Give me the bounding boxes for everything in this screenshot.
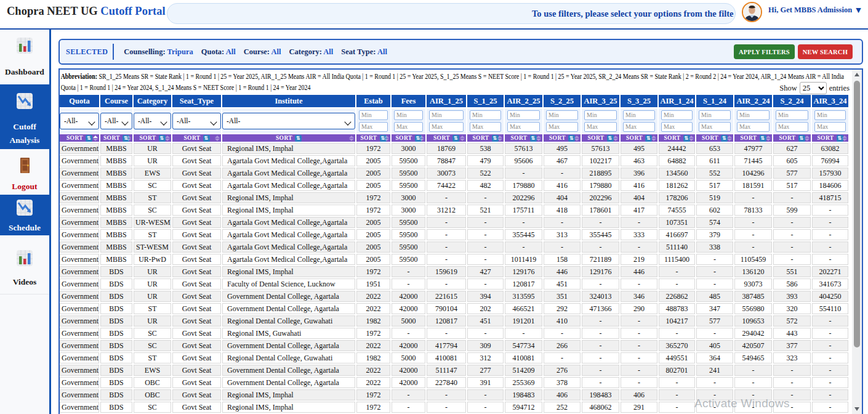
max-input-air_1_24[interactable] (661, 122, 693, 132)
min-input-air_1_24[interactable] (661, 110, 693, 120)
sort-cell-air_1_24[interactable]: SORT ⇅ (659, 134, 695, 142)
sort-cell-s_2_24[interactable]: SORT ⇅ (773, 134, 811, 142)
filter-select-institute[interactable]: -All- (222, 113, 355, 129)
column-header-estab[interactable]: Estab (356, 95, 390, 107)
sort-cell-category[interactable]: SORT ⇅ (134, 134, 171, 142)
sort-cell-estab[interactable]: SORT ⇅ (356, 134, 390, 142)
cell-air_2_25: 198483 (505, 389, 542, 400)
scroll-down-button[interactable] (852, 404, 862, 414)
min-input-air_2_25[interactable] (507, 110, 540, 120)
min-input-s_1_24[interactable] (699, 110, 731, 120)
cell-air_1_24: 104217 (659, 315, 695, 327)
column-header-fees[interactable]: Fees (392, 95, 425, 107)
sort-cell-air_1_25[interactable]: SORT ⇅ (427, 134, 466, 142)
max-input-air_3_25[interactable] (584, 122, 617, 132)
sidebar-item-label: Schedule (0, 223, 49, 232)
sidebar-item-videos[interactable]: Videos (0, 235, 49, 294)
scroll-up-button[interactable] (852, 70, 862, 79)
sidebar-item-schedule[interactable]: Schedule (0, 195, 49, 235)
cell-course: MBBS (100, 242, 132, 253)
sidebar-item-cutoff-analysis[interactable]: CutoffAnalysis (0, 84, 49, 149)
min-input-air_3_25[interactable] (584, 110, 617, 120)
sort-cell-air_3_25[interactable]: SORT ⇅ (582, 134, 619, 142)
cell-air_1_24: - (659, 389, 695, 400)
column-header-course[interactable]: Course (100, 95, 132, 107)
column-header-air_2_25[interactable]: AIR_2_25 (505, 95, 542, 107)
cell-s_1_24: - (696, 377, 733, 388)
filter-select-seat_type[interactable]: -All- (172, 113, 221, 129)
cell-institute: Agartala Govt Medical College,Agartala (222, 229, 355, 240)
min-input-air_2_24[interactable] (737, 110, 770, 120)
column-header-air_3_24[interactable]: AIR_3_24 (812, 95, 848, 107)
max-input-s_2_24[interactable] (776, 122, 808, 132)
column-header-s_1_25[interactable]: S_1_25 (467, 95, 504, 107)
sort-cell-air_2_25[interactable]: SORT ⇅ (505, 134, 542, 142)
column-header-institute[interactable]: Institute (222, 95, 355, 107)
cell-air_3_25: - (582, 377, 619, 388)
min-input-estab[interactable] (359, 110, 388, 120)
max-input-s_1_25[interactable] (470, 122, 501, 132)
max-input-estab[interactable] (359, 122, 388, 132)
filter-select-quota[interactable]: -All- (60, 113, 99, 129)
column-header-air_1_24[interactable]: AIR_1_24 (659, 95, 695, 107)
filter-select-course[interactable]: -All- (100, 113, 132, 129)
min-input-s_2_24[interactable] (776, 110, 808, 120)
column-header-s_2_25[interactable]: S_2_25 (544, 95, 581, 107)
min-input-air_1_25[interactable] (429, 110, 464, 120)
column-header-category[interactable]: Category (134, 95, 171, 107)
avatar[interactable] (742, 2, 762, 22)
cell-s_3_25: 495 (621, 143, 657, 154)
min-input-air_3_24[interactable] (814, 110, 846, 120)
max-input-fees[interactable] (394, 122, 423, 132)
sort-cell-s_2_25[interactable]: SORT ⇅ (544, 134, 581, 142)
cell-s_3_25: 404 (621, 192, 657, 203)
filter-cell-fees (392, 108, 425, 133)
sort-cell-air_2_24[interactable]: SORT ⇅ (734, 134, 772, 142)
user-menu[interactable]: Hi, Get MBBS Admission▼ (768, 6, 861, 15)
column-header-seat_type[interactable]: Seat_Type (172, 95, 221, 107)
sort-cell-course[interactable]: SORT ⇅ (100, 134, 132, 142)
max-input-air_2_24[interactable] (737, 122, 770, 132)
sort-cell-fees[interactable]: SORT ⇅ (392, 134, 425, 142)
column-header-s_2_24[interactable]: S_2_24 (773, 95, 811, 107)
max-input-air_2_25[interactable] (507, 122, 540, 132)
cell-course: MBBS (100, 180, 132, 191)
sidebar-item-dashboard[interactable]: Dashboard (0, 30, 49, 84)
column-header-quota[interactable]: Quota (60, 95, 99, 107)
column-header-air_2_24[interactable]: AIR_2_24 (734, 95, 772, 107)
min-input-s_2_25[interactable] (546, 110, 578, 120)
page-length-select[interactable]: 25 (800, 82, 827, 94)
max-input-air_3_24[interactable] (814, 122, 846, 132)
max-input-s_2_25[interactable] (546, 122, 578, 132)
apply-filters-button[interactable]: APPLY FILTERS (734, 44, 795, 59)
vertical-scrollbar[interactable] (852, 70, 862, 414)
column-header-s_3_25[interactable]: S_3_25 (621, 95, 657, 107)
filter-select-category[interactable]: -All- (134, 113, 171, 129)
table-row: GovernmentMBBSEWSGovt SeatAgartala Govt … (60, 168, 848, 179)
cell-air_3_25: - (582, 217, 619, 228)
max-input-s_3_25[interactable] (623, 122, 655, 132)
min-input-fees[interactable] (394, 110, 423, 120)
sidebar-item-logout[interactable]: Logout (0, 149, 49, 195)
sort-cell-quota[interactable]: SORT ⇅ (60, 134, 99, 142)
column-header-s_1_24[interactable]: S_1_24 (696, 95, 733, 107)
scrollbar-thumb[interactable] (854, 81, 860, 347)
max-input-s_1_24[interactable] (699, 122, 731, 132)
new-search-button[interactable]: NEW SEARCH (798, 44, 853, 59)
cell-s_1_25: 202 (467, 303, 504, 314)
column-header-air_3_25[interactable]: AIR_3_25 (582, 95, 619, 107)
sort-cell-s_3_25[interactable]: SORT ⇅ (621, 134, 657, 142)
column-header-air_1_25[interactable]: AIR_1_25 (427, 95, 466, 107)
min-input-s_1_25[interactable] (470, 110, 501, 120)
sort-cell-seat_type[interactable]: SORT ⇅ (172, 134, 221, 142)
cell-estab: 1972 (356, 328, 390, 339)
max-input-air_1_25[interactable] (429, 122, 464, 132)
sort-cell-s_1_24[interactable]: SORT ⇅ (696, 134, 733, 142)
cell-estab: 1972 (356, 266, 390, 277)
cell-air_1_24: 511140 (659, 242, 695, 253)
min-input-s_3_25[interactable] (623, 110, 655, 120)
sort-cell-institute[interactable]: SORT ⇅ (222, 134, 355, 142)
sort-cell-s_1_25[interactable]: SORT ⇅ (467, 134, 504, 142)
cell-air_3_25: 102217 (582, 155, 619, 166)
sort-cell-air_3_24[interactable]: SORT ⇅ (812, 134, 848, 142)
